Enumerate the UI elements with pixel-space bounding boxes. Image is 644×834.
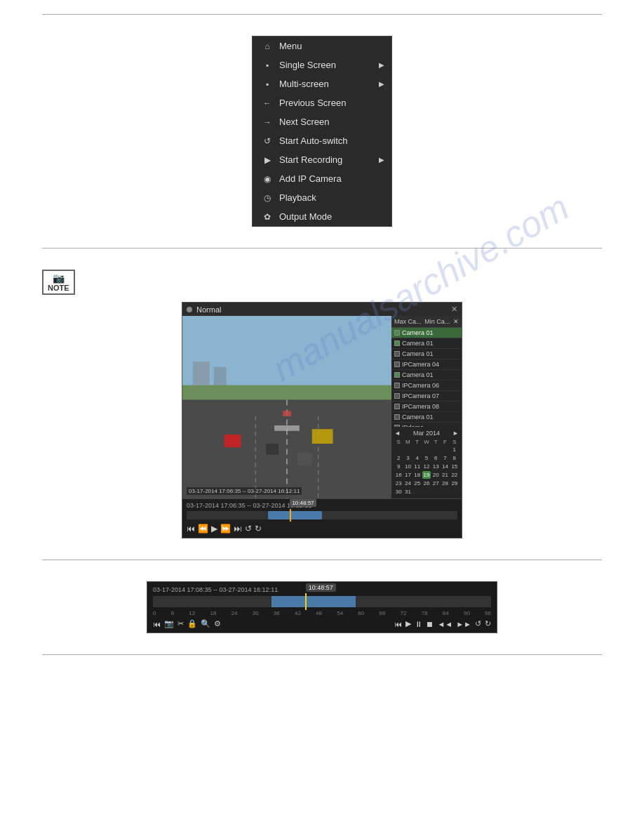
cal-day-29[interactable]: 29	[450, 479, 459, 487]
camera-checkbox-7[interactable]	[394, 404, 400, 409]
camera-item-2[interactable]: Camera 01	[391, 349, 462, 359]
camera-name-8: Camera 01	[402, 413, 434, 421]
pb-back-btn[interactable]: ⏮	[187, 524, 195, 534]
context-menu-item-single-screen[interactable]: ▪Single Screen▶	[253, 55, 391, 74]
bt-stop-btn[interactable]: ⏹	[426, 620, 434, 628]
cal-day-27[interactable]: 27	[431, 479, 440, 487]
cal-day-23[interactable]: 23	[394, 479, 403, 487]
cal-day-empty	[441, 446, 449, 454]
bt-slow-btn[interactable]: ◄◄	[437, 620, 452, 628]
cal-day-26[interactable]: 26	[422, 479, 431, 487]
cal-next[interactable]: ►	[452, 430, 459, 437]
sidebar-close[interactable]: ✕	[453, 318, 459, 325]
cal-day-empty	[413, 446, 422, 454]
camera-checkbox-2[interactable]	[394, 351, 400, 357]
cal-day-7[interactable]: 7	[441, 454, 449, 462]
bt-next-btn[interactable]: ↻	[485, 619, 491, 628]
cal-day-28[interactable]: 28	[441, 479, 449, 487]
bt-fast-btn[interactable]: ►►	[456, 620, 471, 628]
camera-checkbox-0[interactable]	[394, 330, 400, 336]
camera-checkbox-1[interactable]	[394, 340, 400, 346]
cal-day-30[interactable]: 30	[394, 488, 403, 496]
camera-name-7: IPCamera 08	[402, 403, 439, 410]
camera-checkbox-3[interactable]	[394, 362, 400, 367]
playback-screenshot-area: Normal ✕	[42, 302, 602, 538]
context-menu-item-next-screen[interactable]: →Next Screen	[253, 112, 391, 131]
context-menu-item-multi-screen[interactable]: ▪Multi-screen▶	[253, 74, 391, 93]
cal-day-10[interactable]: 10	[403, 463, 412, 470]
cal-day-1[interactable]: 1	[450, 446, 459, 454]
cal-day-11[interactable]: 11	[413, 463, 422, 470]
window-close[interactable]: ✕	[451, 305, 457, 314]
cal-day-21[interactable]: 21	[441, 471, 449, 479]
camera-item-5[interactable]: IPCamera 06	[391, 380, 462, 391]
bt-screenshot-btn[interactable]: 📷	[164, 619, 174, 628]
pb-time-label: 10:48:57	[290, 499, 316, 507]
bt-settings-btn[interactable]: ⚙	[214, 619, 221, 628]
pb-prev-frame-btn[interactable]: ⏪	[198, 524, 208, 534]
cal-day-3[interactable]: 3	[403, 454, 412, 462]
camera-name-5: IPCamera 06	[402, 382, 439, 389]
camera-item-8[interactable]: Camera 01	[391, 412, 462, 423]
cal-day-2[interactable]: 2	[394, 454, 403, 462]
cal-day-19[interactable]: 19	[422, 471, 431, 479]
cal-day-8[interactable]: 8	[450, 454, 459, 462]
bt-clip-btn[interactable]: ✂	[177, 619, 184, 628]
pb-time-range-label: 03-17-2014 17:06:35 -- 03-27-2014 16:12:…	[187, 502, 457, 509]
bt-repeat-btn[interactable]: ↺	[475, 619, 481, 628]
bt-lock-btn[interactable]: 🔒	[187, 619, 197, 628]
cal-day-31[interactable]: 31	[403, 488, 412, 496]
cal-day-17[interactable]: 17	[403, 471, 412, 479]
camera-item-3[interactable]: IPCamera 04	[391, 359, 462, 370]
pb-fast-btn[interactable]: ↻	[255, 524, 262, 534]
pb-timeline-bar[interactable]: 10:48:57	[187, 511, 457, 519]
bt-back-btn[interactable]: ⏮	[153, 620, 161, 628]
camera-item-7[interactable]: IPCamera 08	[391, 402, 462, 412]
camera-checkbox-6[interactable]	[394, 393, 400, 399]
camera-checkbox-4[interactable]	[394, 372, 400, 378]
cal-day-9[interactable]: 9	[394, 463, 403, 470]
bt-zoom-in-btn[interactable]: 🔍	[201, 619, 210, 628]
cal-day-15[interactable]: 15	[450, 463, 459, 470]
context-menu-item-playback[interactable]: ◷Playback	[253, 188, 391, 207]
context-menu-item-menu[interactable]: ⌂Menu	[253, 37, 391, 55]
cal-prev[interactable]: ◄	[394, 430, 401, 437]
pb-end-btn[interactable]: ⏭	[234, 524, 242, 534]
context-menu-area: ⌂Menu▪Single Screen▶▪Multi-screen▶←Previ…	[42, 36, 602, 227]
window-dot	[187, 307, 192, 312]
context-menu-item-start-autoswitch[interactable]: ↺Start Auto-switch	[253, 131, 391, 150]
context-menu-item-output-mode[interactable]: ✿Output Mode	[253, 207, 391, 226]
cal-day-4[interactable]: 4	[413, 454, 422, 462]
bt-step-back-btn[interactable]: ⏮	[394, 620, 402, 628]
bt-play-btn[interactable]: ▶	[405, 619, 411, 628]
cal-day-13[interactable]: 13	[431, 463, 440, 470]
pb-slow-btn[interactable]: ↺	[245, 524, 252, 534]
bt-bar-container[interactable]: 10:48:57	[153, 596, 491, 607]
camera-item-1[interactable]: Camera 01	[391, 338, 462, 349]
bt-pause-btn[interactable]: ⏸	[415, 620, 422, 628]
cal-day-14[interactable]: 14	[441, 463, 449, 470]
context-menu-item-add-ip-camera[interactable]: ◉Add IP Camera	[253, 169, 391, 188]
pb-play-btn[interactable]: ▶	[211, 524, 217, 534]
camera-item-0[interactable]: Camera 01	[391, 328, 462, 338]
cal-day-12[interactable]: 12	[422, 463, 431, 470]
cal-day-24[interactable]: 24	[403, 479, 412, 487]
cal-day-16[interactable]: 16	[394, 471, 403, 479]
cal-day-empty	[394, 446, 403, 454]
cal-day-18[interactable]: 18	[413, 471, 422, 479]
context-menu-item-start-recording[interactable]: ▶Start Recording▶	[253, 150, 391, 169]
menu-icon-previous-screen: ←	[261, 98, 274, 108]
cal-day-20[interactable]: 20	[431, 471, 440, 479]
cal-day-5[interactable]: 5	[422, 454, 431, 462]
pb-next-frame-btn[interactable]: ⏩	[220, 524, 231, 534]
camera-checkbox-8[interactable]	[394, 414, 400, 420]
menu-icon-add-ip-camera: ◉	[261, 174, 274, 184]
cal-day-6[interactable]: 6	[431, 454, 440, 462]
context-menu-item-previous-screen[interactable]: ←Previous Screen	[253, 93, 391, 112]
cal-day-22[interactable]: 22	[450, 471, 459, 479]
camera-list: Camera 01Camera 01Camera 01IPCamera 04Ca…	[391, 328, 462, 427]
camera-item-4[interactable]: Camera 01	[391, 370, 462, 380]
cal-day-25[interactable]: 25	[413, 479, 422, 487]
camera-checkbox-5[interactable]	[394, 383, 400, 388]
camera-item-6[interactable]: IPCamera 07	[391, 391, 462, 402]
